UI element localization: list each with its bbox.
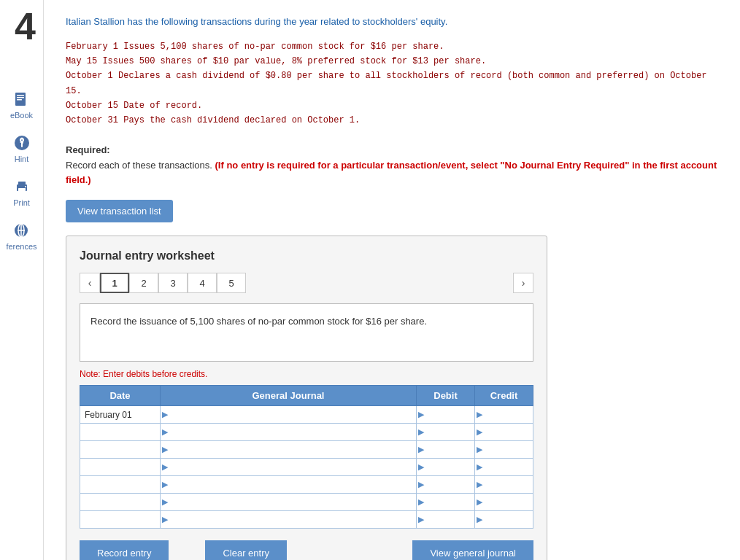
- journal-cell-4: ▶: [161, 459, 417, 476]
- credit-cell-3: ▶: [475, 441, 533, 459]
- table-row: ▶ ▶ ▶: [80, 511, 533, 529]
- col-date-header: Date: [80, 386, 161, 406]
- print-icon: [12, 176, 32, 197]
- debit-arrow-7: ▶: [417, 515, 425, 524]
- debit-cell-1: ▶: [417, 406, 475, 424]
- date-input-6[interactable]: [80, 494, 160, 510]
- credit-input-6[interactable]: [484, 496, 533, 509]
- debit-input-4[interactable]: [425, 461, 474, 474]
- sidebar-item-hint[interactable]: ? Hint: [12, 133, 32, 163]
- transactions-block: February 1 Issues 5,100 shares of no-par…: [66, 39, 718, 128]
- table-row: ▶ ▶ ▶: [80, 476, 533, 494]
- arrow-indicator-2: ▶: [161, 427, 169, 437]
- debit-cell-2: ▶: [417, 424, 475, 441]
- col-debit-header: Debit: [417, 386, 475, 406]
- tab-prev-button[interactable]: ‹: [80, 273, 100, 293]
- debit-arrow-1: ▶: [417, 410, 425, 419]
- svg-text:?: ?: [20, 140, 24, 147]
- question-number: 4: [7, 7, 36, 45]
- date-input-7[interactable]: [80, 511, 160, 528]
- credit-input-3[interactable]: [484, 443, 533, 456]
- svg-rect-11: [18, 188, 26, 192]
- credit-input-1[interactable]: [484, 408, 533, 421]
- sidebar-item-references[interactable]: ferences: [6, 220, 36, 251]
- view-transaction-button[interactable]: View transaction list: [66, 200, 173, 222]
- credit-arrow-3: ▶: [475, 445, 484, 454]
- table-row: ▶ ▶ ▶: [80, 494, 533, 511]
- references-label: ferences: [6, 242, 36, 251]
- credit-cell-5: ▶: [475, 476, 533, 494]
- date-input-3[interactable]: [80, 441, 160, 458]
- journal-input-1[interactable]: [169, 408, 416, 421]
- required-section: Required: Record each of these transacti…: [66, 143, 718, 188]
- tab-3-button[interactable]: 3: [158, 273, 188, 293]
- date-input-2[interactable]: [80, 424, 160, 440]
- credit-cell-4: ▶: [475, 459, 533, 476]
- sidebar-item-print[interactable]: Print: [12, 176, 32, 207]
- view-journal-button[interactable]: View general journal: [412, 540, 533, 560]
- print-label: Print: [13, 198, 30, 207]
- date-input-5[interactable]: [80, 476, 160, 493]
- credit-input-4[interactable]: [484, 461, 533, 474]
- debit-arrow-3: ▶: [417, 445, 425, 454]
- description-text: Record the issuance of 5,100 shares of n…: [90, 316, 427, 327]
- date-cell-4: [80, 459, 161, 476]
- credit-input-7[interactable]: [484, 513, 533, 526]
- debit-cell-7: ▶: [417, 511, 475, 529]
- journal-cell-5: ▶: [161, 476, 417, 494]
- tab-navigation: ‹ 1 2 3 4 5 ›: [80, 273, 533, 293]
- credit-input-5[interactable]: [484, 478, 533, 491]
- tab-next-button[interactable]: ›: [513, 273, 533, 293]
- credit-arrow-4: ▶: [475, 462, 484, 472]
- svg-rect-2: [17, 97, 24, 98]
- col-journal-header: General Journal: [161, 386, 417, 406]
- journal-cell-7: ▶: [161, 511, 417, 529]
- transaction-1: February 1 Issues 5,100 shares of no-par…: [66, 39, 718, 54]
- date-input-1[interactable]: [80, 406, 160, 423]
- debit-cell-5: ▶: [417, 476, 475, 494]
- date-cell-1: [80, 406, 161, 424]
- table-row: ▶ ▶ ▶: [80, 406, 533, 424]
- journal-input-6[interactable]: [169, 496, 416, 509]
- sidebar-item-ebook[interactable]: eBook: [10, 89, 33, 120]
- debit-input-3[interactable]: [425, 443, 474, 456]
- table-row: ▶ ▶ ▶: [80, 441, 533, 459]
- tab-4-button[interactable]: 4: [188, 273, 217, 293]
- sidebar: 4 eBook ?: [0, 0, 44, 560]
- main-content: Italian Stallion has the following trans…: [44, 0, 740, 560]
- journal-input-7[interactable]: [169, 513, 416, 526]
- svg-rect-1: [17, 95, 24, 96]
- ebook-label: eBook: [10, 111, 33, 120]
- credit-input-2[interactable]: [484, 426, 533, 439]
- arrow-indicator-4: ▶: [161, 462, 169, 472]
- credit-arrow-2: ▶: [475, 427, 484, 437]
- record-entry-button[interactable]: Record entry: [80, 540, 169, 560]
- debit-input-1[interactable]: [425, 408, 474, 421]
- debit-input-7[interactable]: [425, 513, 474, 526]
- debit-arrow-2: ▶: [417, 427, 425, 437]
- tab-5-button[interactable]: 5: [217, 273, 246, 293]
- journal-input-5[interactable]: [169, 478, 416, 491]
- journal-input-4[interactable]: [169, 461, 416, 474]
- action-buttons: Record entry Clear entry View general jo…: [80, 540, 533, 560]
- svg-rect-10: [18, 182, 26, 185]
- tab-1-button[interactable]: 1: [100, 273, 129, 293]
- debit-arrow-6: ▶: [417, 497, 425, 507]
- debit-input-2[interactable]: [425, 426, 474, 439]
- clear-entry-button[interactable]: Clear entry: [205, 540, 287, 560]
- journal-input-3[interactable]: [169, 443, 416, 456]
- table-row: ▶ ▶ ▶: [80, 459, 533, 476]
- table-row: ▶ ▶ ▶: [80, 424, 533, 441]
- journal-input-2[interactable]: [169, 426, 416, 439]
- arrow-indicator-3: ▶: [161, 445, 169, 454]
- debit-input-6[interactable]: [425, 496, 474, 509]
- date-input-4[interactable]: [80, 459, 160, 475]
- date-cell-6: [80, 494, 161, 511]
- note-text: Note: Enter debits before credits.: [80, 369, 533, 379]
- arrow-indicator-6: ▶: [161, 497, 169, 507]
- svg-point-12: [25, 186, 26, 187]
- tab-2-button[interactable]: 2: [129, 273, 158, 293]
- worksheet-title: Journal entry worksheet: [80, 249, 533, 262]
- debit-input-5[interactable]: [425, 478, 474, 491]
- journal-cell-3: ▶: [161, 441, 417, 459]
